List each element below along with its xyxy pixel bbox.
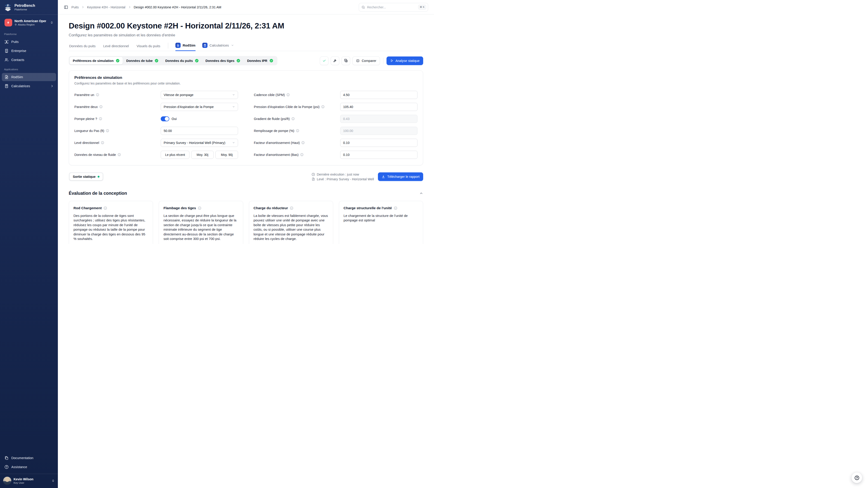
users-icon (4, 58, 9, 62)
main-content: Design #002.00 Keystone #2H - Horizontal… (58, 14, 434, 244)
duplicate-button[interactable] (342, 57, 350, 65)
check-circle-icon (155, 59, 158, 63)
tab-calculatrices[interactable]: Calculatrices (202, 43, 234, 51)
location-pin-icon (14, 24, 17, 26)
step-puits[interactable]: Données du puits (162, 57, 202, 64)
check-circle-icon (195, 59, 199, 63)
petrobench-logo-icon: P (4, 3, 12, 11)
brand-tagline: Plateforme (14, 8, 35, 11)
sidebar-item-contacts[interactable]: Contacts (2, 56, 56, 64)
pompe-pleine-toggle[interactable] (161, 116, 169, 121)
sidebar-item-calculatrices[interactable]: Calculatrices (2, 82, 56, 90)
svg-text:P: P (7, 4, 9, 7)
evaluation-cards: Rod Chargement Des portions de la colonn… (69, 201, 423, 244)
calculator-app-icon (202, 43, 208, 48)
field-label-remplissage-pompe: Remplissage de pompe (%) (254, 129, 340, 133)
info-icon (300, 153, 304, 156)
field-label-pression-cible: Pression d'Aspiration Cible de la Pompe … (254, 105, 340, 109)
tabbar: Données du puits Levé directionnel Visue… (69, 43, 423, 51)
eval-card-title: Flambage des tiges (163, 206, 238, 210)
breadcrumb-puits[interactable]: Puits (71, 5, 79, 9)
rodsim-file-icon (4, 75, 9, 79)
info-icon (118, 153, 121, 156)
chevron-right-icon (128, 6, 131, 8)
fluid-latest-button[interactable]: Le plus récent (161, 151, 189, 159)
simulation-preferences-card: Préférences de simulation Configurez les… (69, 70, 423, 165)
step-tiges[interactable]: Données des tiges (202, 57, 243, 64)
file-icon (311, 177, 315, 181)
tools-button[interactable] (331, 57, 339, 65)
step-tube[interactable]: Données de tube (123, 57, 162, 64)
parametre-un-select[interactable]: Vitesse de pompage (161, 91, 238, 99)
pression-cible-input[interactable] (343, 105, 414, 109)
chevron-down-icon (231, 44, 234, 47)
clock-icon (311, 173, 315, 176)
green-status-dot (98, 176, 99, 177)
info-icon (286, 93, 290, 96)
run-static-analysis-button[interactable]: Analyse statique (386, 57, 423, 65)
step-ipr[interactable]: Données IPR (244, 57, 276, 64)
fluid-avg90-button[interactable]: Moy. 90j (215, 151, 238, 159)
sidebar-item-entreprise[interactable]: Entreprise (2, 47, 56, 55)
chevron-down-icon (232, 141, 235, 144)
field-label-amortissement-bas: Facteur d'amortissement (Bas) (254, 153, 340, 157)
rodsim-app-icon (176, 43, 181, 48)
tab-donnees-du-puits[interactable]: Données du puits (69, 44, 96, 51)
info-icon (290, 206, 293, 210)
longueur-pas-input[interactable] (164, 129, 235, 133)
static-output-tab[interactable]: Sortie statique (70, 173, 103, 180)
info-icon (301, 141, 305, 144)
survey-line: Levé : Primary Survey - Horizontal Well (311, 177, 374, 181)
field-label-gradient-fluide: Gradient de fluide (psi/ft) (254, 117, 340, 121)
download-report-button[interactable]: Télécharger le rapport (378, 172, 423, 181)
remplissage-pompe-input (343, 129, 414, 133)
breadcrumb: Puits Keystone #2H - Horizontal Design #… (71, 5, 221, 9)
parametre-deux-select[interactable]: Pression d'Aspiration de la Pompe (161, 103, 238, 111)
amortissement-bas-input[interactable] (343, 153, 414, 157)
check-circle-icon (116, 59, 120, 63)
tab-rodsim[interactable]: RodSim (176, 43, 195, 51)
search-box[interactable]: ⌘ K (359, 3, 428, 11)
chevron-right-icon (81, 6, 84, 8)
sidebar-toggle-icon[interactable] (64, 5, 68, 9)
evaluation-header: Évaluation de la conception (69, 191, 423, 196)
fluid-avg30-button[interactable]: Moy. 30j (191, 151, 214, 159)
org-selector[interactable]: North American Opera Alaska Region (2, 17, 56, 28)
chevron-up-icon[interactable] (419, 191, 423, 195)
info-icon (103, 206, 107, 210)
search-input[interactable] (367, 5, 416, 9)
info-icon (99, 117, 102, 121)
sidebar-item-puits[interactable]: Puits (2, 38, 56, 46)
leve-directionnel-select[interactable]: Primary Survey - Horizontal Well (Primar… (161, 139, 238, 147)
amortissement-haut-input[interactable] (343, 141, 414, 144)
compare-button[interactable]: Comparer (352, 57, 380, 65)
validate-button[interactable] (320, 57, 329, 65)
search-shortcut-badge: ⌘ K (418, 5, 426, 9)
last-run-line: Dernière exécution : just now (311, 173, 374, 176)
chevron-down-icon (232, 105, 235, 108)
tab-visuels-du-puits[interactable]: Visuels du puits (136, 44, 161, 51)
info-icon (394, 206, 397, 210)
eval-card-title: Rod Chargement (73, 206, 148, 210)
steps-row: Préférences de simulation Données de tub… (69, 56, 423, 65)
chevron-right-icon (51, 85, 54, 88)
sidebar-item-label: Puits (11, 40, 19, 43)
eval-card-title: Charge du réducteur (254, 206, 329, 210)
tab-leve-directionnel[interactable]: Levé directionnel (103, 44, 129, 51)
output-tabs: Sortie statique (69, 172, 103, 181)
info-icon (321, 105, 324, 108)
info-icon (101, 141, 104, 144)
check-circle-icon (270, 59, 273, 63)
sidebar-item-label: Calculatrices (11, 84, 48, 88)
calculator-icon (4, 84, 9, 88)
check-icon (322, 59, 326, 63)
breadcrumb-well[interactable]: Keystone #2H - Horizontal (87, 5, 125, 9)
cadence-cible-input[interactable] (343, 93, 414, 97)
eval-card-flambage: Flambage des tiges La section de charge … (159, 201, 243, 244)
step-preferences[interactable]: Préférences de simulation (70, 57, 123, 64)
chevron-down-icon (232, 93, 235, 96)
sidebar-item-rodsim[interactable]: RodSim (2, 73, 56, 81)
section-label-applications: Applications (0, 64, 58, 72)
page-subtitle: Configurez les paramètres de simulation … (69, 33, 423, 37)
chevron-updown-icon (50, 21, 53, 24)
